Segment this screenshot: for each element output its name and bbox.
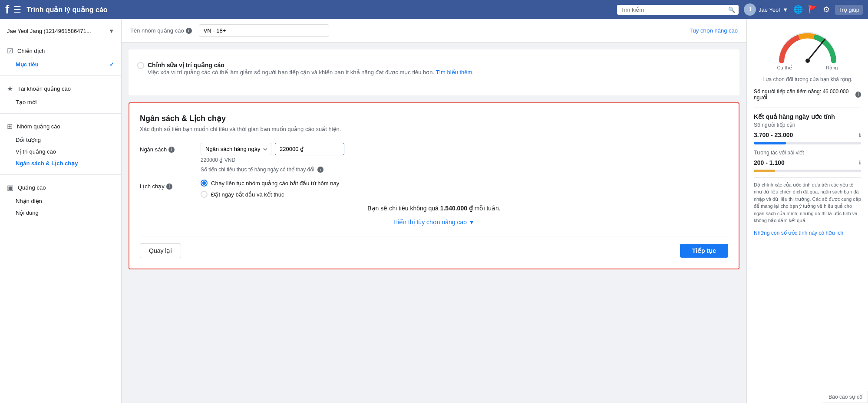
budget-note-text: Số tiền chi tiêu thực tế hàng ngày có th…: [201, 167, 316, 173]
ad-position-radio[interactable]: [137, 62, 144, 69]
schedule-radio-dates[interactable]: [201, 191, 208, 198]
sidebar-item-adgroup[interactable]: ⊞ Nhóm quảng cáo: [0, 119, 121, 134]
budget-info-icon[interactable]: i: [168, 147, 175, 153]
sidebar-item-campaign[interactable]: ☑ Chiến dịch: [0, 43, 121, 59]
reach-metric-bar-fill: [754, 142, 786, 144]
sidebar-subitem-new[interactable]: Tạo mới: [16, 96, 121, 108]
ad-position-option[interactable]: Chỉnh sửa vị trí quảng cáo Việc xóa vị t…: [137, 58, 731, 87]
ad-group-name-input[interactable]: [199, 24, 329, 37]
form-buttons: Quay lại Tiếp tục: [140, 236, 728, 258]
globe-icon[interactable]: 🌐: [793, 5, 803, 14]
main-layout: Jae Yeol Jang (1214961586471... ▼ ☑ Chiế…: [0, 19, 868, 403]
weekly-amount: 1.540.000 ₫: [440, 205, 473, 212]
svg-line-0: [808, 39, 825, 61]
nav-right: J Jae Yeol ▼ 🌐 🚩 ⚙ Trợ giúp: [744, 3, 863, 16]
sidebar-item-ad[interactable]: ▣ Quảng cáo: [0, 180, 121, 195]
sidebar-item-account[interactable]: ★ Tài khoản quảng cáo: [0, 81, 121, 96]
ad-group-label: Tên nhóm quảng cáo i: [130, 27, 192, 34]
helpful-link[interactable]: Những con số ước tính này có hữu ích: [754, 230, 843, 236]
account-icon: ★: [7, 85, 13, 93]
divider-1: [0, 75, 121, 76]
sidebar-section-campaign: ☑ Chiến dịch Mục tiêu ✓: [0, 42, 121, 72]
subitem-label-goal: Mục tiêu: [16, 61, 39, 68]
sidebar-item-label-account: Tài khoản quảng cáo: [17, 85, 71, 92]
sidebar-sub-adgroup: Đối tượng Vị trí quảng cáo Ngân sách & L…: [0, 134, 121, 169]
right-panel-description: Độ chính xác của ước tính dựa trên các y…: [754, 181, 861, 224]
reach-metric-value: 3.700 - 23.000: [754, 131, 793, 138]
top-bar: Tên nhóm quảng cáo i Tùy chọn nâng cao: [122, 19, 746, 43]
sidebar-item-label-adgroup: Nhóm quảng cáo: [17, 123, 60, 130]
user-menu[interactable]: J Jae Yeol ▼: [744, 3, 788, 16]
right-panel: Cụ thể Rộng Lựa chọn đối tượng của bạn k…: [746, 19, 868, 403]
sidebar-subitem-budget[interactable]: Ngân sách & Lịch chạy: [16, 157, 121, 169]
campaign-icon: ☑: [7, 47, 13, 55]
ad-position-desc-text: Việc xóa vị trí quảng cáo có thể làm giả…: [148, 69, 434, 75]
sidebar-subitem-goal[interactable]: Mục tiêu ✓: [16, 59, 121, 70]
weekly-note-suffix: mỗi tuần.: [475, 205, 501, 212]
hamburger-icon[interactable]: ☰: [13, 4, 21, 15]
search-icon[interactable]: 🔍: [728, 7, 735, 13]
schedule-label-text: Lịch chạy: [140, 183, 165, 190]
gauge-container: Cụ thể Rộng: [754, 26, 861, 71]
engagement-metric-info[interactable]: ℹ: [859, 160, 861, 166]
sidebar-section-account: ★ Tài khoản quảng cáo Tạo mới: [0, 79, 121, 110]
gauge-labels: Cụ thể Rộng: [777, 65, 838, 71]
sidebar-sub-campaign: Mục tiêu ✓: [0, 59, 121, 70]
reach-metric-bar: [754, 142, 861, 144]
help-button[interactable]: Trợ giúp: [835, 5, 863, 15]
schedule-radio-continuous[interactable]: [201, 180, 208, 187]
learn-more-link[interactable]: Tìm hiểu thêm.: [436, 69, 473, 75]
schedule-info-icon[interactable]: i: [166, 183, 172, 190]
divider-2: [0, 113, 121, 114]
reach-metric-row: 3.700 - 23.000 ℹ: [754, 131, 861, 138]
reach-metric-info[interactable]: ℹ: [859, 132, 861, 138]
budget-note: Số tiền chi tiêu thực tế hàng ngày có th…: [201, 167, 728, 173]
weekly-spend-note: Bạn sẽ chi tiêu không quá 1.540.000 ₫ mỗ…: [140, 205, 728, 212]
estimated-title: Kết quả hàng ngày ước tính: [754, 113, 861, 120]
subitem-label-content: Nội dung: [16, 210, 39, 216]
budget-currency: 220000 ₫ VND: [201, 157, 728, 163]
reach-info-icon[interactable]: i: [855, 92, 861, 98]
schedule-row: Lịch chạy i Chạy liên tục nhóm quảng cáo…: [140, 180, 728, 198]
reach-potential-label: Số người tiếp cận tiềm năng: 46.000.000 …: [754, 88, 861, 101]
gauge-label-right: Rộng: [826, 65, 838, 71]
budget-type-select[interactable]: Ngân sách hàng ngày Ngân sách trọn đời: [201, 143, 271, 155]
app-title: Trình quản lý quảng cáo: [26, 6, 617, 14]
schedule-option-continuous-label: Chạy liên tục nhóm quảng cáo bắt đầu từ …: [211, 180, 339, 187]
search-input[interactable]: [620, 7, 726, 13]
facebook-logo: f: [5, 3, 9, 16]
gauge-label-left: Cụ thể: [777, 65, 792, 71]
budget-subtitle: Xác định số tiền bạn muốn chi tiêu và th…: [140, 126, 728, 132]
search-bar: 🔍: [617, 5, 739, 15]
ad-group-info-icon[interactable]: i: [186, 28, 192, 34]
advanced-link-arrow: ▼: [469, 219, 475, 226]
sidebar-item-label-ad: Quảng cáo: [18, 184, 46, 191]
sidebar-subitem-audience[interactable]: Đối tượng: [16, 134, 121, 146]
budget-note-info-icon[interactable]: i: [317, 167, 323, 173]
sidebar-subitem-adposition[interactable]: Vị trí quảng cáo: [16, 146, 121, 157]
back-button[interactable]: Quay lại: [140, 243, 181, 258]
main-content: Tên nhóm quảng cáo i Tùy chọn nâng cao C…: [122, 19, 868, 403]
advanced-options-button[interactable]: Tùy chọn nâng cao: [690, 27, 738, 34]
account-selector[interactable]: Jae Yeol Jang (1214961586471... ▼: [0, 24, 121, 38]
budget-amount-input[interactable]: [275, 143, 344, 155]
sidebar-sub-account: Tạo mới: [0, 96, 121, 108]
report-issue-button[interactable]: Báo cáo sự cố: [823, 391, 868, 403]
schedule-option-dates[interactable]: Đặt ngày bắt đầu và kết thúc: [201, 191, 728, 198]
budget-label: Ngân sách i: [140, 143, 201, 153]
svg-point-1: [805, 59, 810, 63]
budget-inputs: Ngân sách hàng ngày Ngân sách trọn đời: [201, 143, 728, 155]
gear-icon[interactable]: ⚙: [823, 5, 830, 14]
schedule-option-continuous[interactable]: Chạy liên tục nhóm quảng cáo bắt đầu từ …: [201, 180, 728, 187]
sidebar-subitem-identity[interactable]: Nhận diện: [16, 195, 121, 207]
advanced-options-link[interactable]: Hiển thị tùy chọn nâng cao ▼: [140, 219, 728, 226]
sidebar-subitem-content[interactable]: Nội dung: [16, 207, 121, 219]
next-button[interactable]: Tiếp tục: [680, 244, 728, 258]
divider-right-2: [754, 177, 861, 178]
account-dropdown-arrow: ▼: [109, 28, 114, 34]
flag-icon[interactable]: 🚩: [808, 5, 818, 14]
reach-potential-text: Số người tiếp cận tiềm năng: 46.000.000 …: [754, 88, 854, 101]
sidebar: Jae Yeol Jang (1214961586471... ▼ ☑ Chiế…: [0, 19, 122, 403]
schedule-controls: Chạy liên tục nhóm quảng cáo bắt đầu từ …: [201, 180, 728, 198]
ad-icon: ▣: [7, 183, 13, 192]
